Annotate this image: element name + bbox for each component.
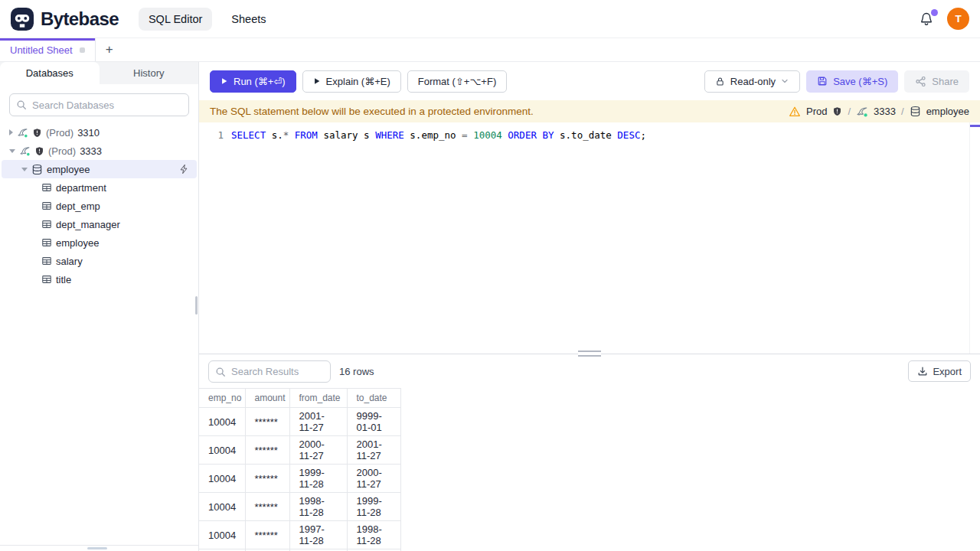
table-name: dept_manager	[56, 219, 120, 230]
caret-down-icon[interactable]	[21, 168, 28, 171]
column-header-to_date[interactable]: to_date	[347, 389, 400, 408]
sql-token	[289, 129, 295, 141]
table-name: title	[56, 274, 71, 285]
export-button[interactable]: Export	[908, 360, 971, 382]
tree-database-employee[interactable]: employee	[2, 160, 197, 178]
table-icon	[41, 219, 52, 230]
readonly-mode-select[interactable]: Read-only	[704, 70, 800, 93]
result-cell[interactable]: 2000-11-27	[347, 465, 400, 493]
result-cell[interactable]: 10004	[199, 521, 245, 549]
sql-token: ;	[640, 129, 646, 141]
result-cell[interactable]: 1998-11-28	[289, 493, 347, 521]
connection-breadcrumb: Prod / 3333 / employee	[789, 106, 969, 118]
result-row: 10004******1998-11-281999-11-28	[199, 493, 980, 521]
instance-name: 3333	[80, 145, 102, 157]
panel-resize-handle[interactable]	[578, 350, 601, 357]
result-cell[interactable]: ******	[245, 521, 289, 549]
toolbar-right: Read-only Save (⌘+S) Share	[704, 70, 969, 93]
format-button[interactable]: Format (⇧+⌥+F)	[407, 70, 507, 93]
tree-instance-3333[interactable]: (Prod)3333	[2, 142, 197, 160]
result-cell[interactable]: 10004	[199, 493, 245, 521]
save-icon	[817, 76, 828, 86]
mysql-icon	[856, 106, 868, 118]
result-row: 10004******2000-11-272001-11-27	[199, 436, 980, 465]
sidebar-tabs: Databases History	[0, 62, 198, 84]
result-cell[interactable]: 2000-11-27	[289, 436, 347, 465]
result-cell[interactable]: 1999-11-28	[289, 465, 347, 493]
hscroll-thumb[interactable]	[87, 547, 107, 549]
result-cell[interactable]: ******	[245, 493, 289, 521]
share-button[interactable]: Share	[904, 70, 969, 93]
explain-button[interactable]: Explain (⌘+E)	[302, 70, 401, 93]
result-cell[interactable]: 10004	[199, 465, 245, 493]
result-cell[interactable]: 2001-11-27	[347, 436, 400, 465]
database-name: employee	[47, 164, 90, 175]
tab-untitled-sheet[interactable]: Untitled Sheet	[0, 38, 96, 61]
tree-table-dept_emp[interactable]: dept_emp	[2, 197, 197, 215]
run-button[interactable]: Run (⌘+⏎)	[210, 70, 296, 93]
tree-table-employee[interactable]: employee	[2, 233, 197, 252]
database-search	[9, 93, 189, 116]
sql-token	[468, 129, 474, 141]
result-cell[interactable]: 10004	[199, 408, 245, 436]
unsaved-indicator	[80, 47, 85, 53]
environment-label[interactable]: Prod	[806, 106, 827, 117]
sql-editor[interactable]: 1 SELECT s.* FROM salary s WHERE s.emp_n…	[199, 122, 980, 354]
notifications-button[interactable]	[919, 11, 934, 27]
readonly-label: Read-only	[730, 76, 776, 87]
sheet-tab-label: Untitled Sheet	[10, 44, 73, 56]
notification-badge	[931, 9, 938, 16]
column-header-amount[interactable]: amount	[245, 389, 289, 408]
result-cell[interactable]: 1998-11-28	[347, 521, 400, 549]
save-button[interactable]: Save (⌘+S)	[806, 70, 898, 93]
quick-action-bolt-icon[interactable]	[178, 164, 189, 174]
lock-icon	[715, 77, 725, 86]
breadcrumb-separator: /	[848, 106, 851, 117]
column-header-emp_no[interactable]: emp_no	[199, 389, 245, 408]
nav-sheets[interactable]: Sheets	[221, 8, 276, 31]
instance-label[interactable]: 3333	[874, 106, 896, 117]
tree-table-salary[interactable]: salary	[2, 252, 197, 270]
table-icon	[41, 274, 52, 285]
sql-statement[interactable]: SELECT s.* FROM salary s WHERE s.emp_no …	[231, 128, 646, 354]
brand[interactable]: Bytebase	[11, 8, 119, 31]
result-cell[interactable]: ******	[245, 436, 289, 465]
row-filler	[400, 408, 980, 436]
result-cell[interactable]: ******	[245, 408, 289, 436]
explain-button-label: Explain (⌘+E)	[326, 76, 390, 87]
avatar[interactable]: T	[947, 8, 969, 30]
sql-token: salary s	[318, 129, 375, 141]
share-button-label: Share	[932, 76, 959, 87]
result-cell[interactable]: 9999-01-01	[347, 408, 400, 436]
search-databases-input[interactable]	[9, 93, 189, 116]
table-icon	[41, 201, 52, 211]
sidebar-resize-handle[interactable]	[195, 296, 198, 315]
new-sheet-button[interactable]: +	[96, 38, 123, 61]
database-label[interactable]: employee	[926, 106, 969, 117]
nav-sql-editor[interactable]: SQL Editor	[139, 8, 212, 31]
caret-down-icon[interactable]	[9, 149, 15, 153]
result-cell[interactable]: 2001-11-27	[289, 408, 347, 436]
database-tree: (Prod)3310(Prod)3333employeedepartmentde…	[0, 122, 198, 545]
bytebase-logo-icon	[11, 8, 34, 31]
chevron-down-icon	[780, 77, 789, 86]
tree-table-department[interactable]: department	[2, 178, 197, 197]
column-header-from_date[interactable]: from_date	[289, 389, 347, 408]
result-row: 10004******2001-11-279999-01-01	[199, 408, 980, 436]
search-results-input[interactable]	[208, 360, 331, 383]
tree-table-dept_manager[interactable]: dept_manager	[2, 215, 197, 233]
mysql-icon	[17, 127, 28, 139]
tree-instance-3310[interactable]: (Prod)3310	[2, 123, 197, 142]
tab-history[interactable]: History	[100, 62, 199, 84]
result-cell[interactable]: ******	[245, 465, 289, 493]
environment-shield-icon	[32, 128, 42, 138]
tree-table-title[interactable]: title	[2, 270, 197, 289]
result-cell[interactable]: 10004	[199, 436, 245, 465]
sidebar-hscrollbar[interactable]	[0, 545, 198, 551]
result-cell[interactable]: 1999-11-28	[347, 493, 400, 521]
tab-databases[interactable]: Databases	[0, 62, 100, 84]
caret-right-icon[interactable]	[9, 129, 13, 135]
row-filler	[400, 436, 980, 465]
main-panel: Run (⌘+⏎) Explain (⌘+E) Format (⇧+⌥+F) R…	[199, 62, 980, 551]
result-cell[interactable]: 1997-11-28	[289, 521, 347, 549]
